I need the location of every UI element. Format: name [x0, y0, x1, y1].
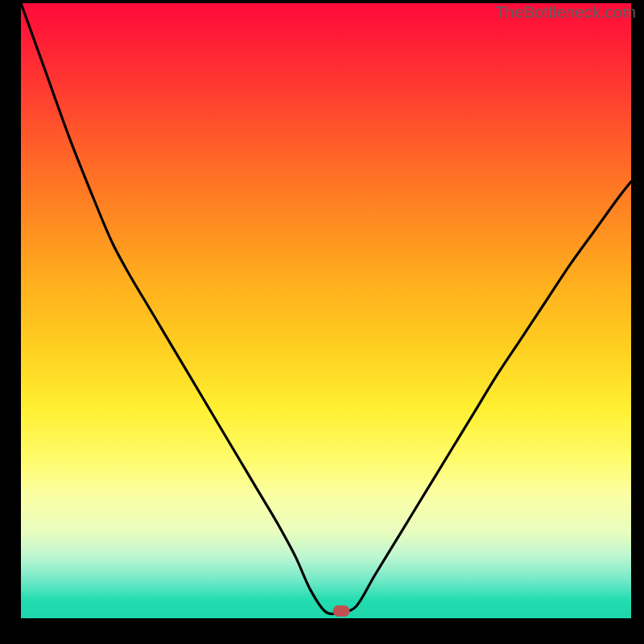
bottleneck-curve [21, 3, 631, 618]
chart-frame: TheBottleneck.com [0, 0, 644, 644]
optimum-marker [332, 605, 349, 617]
watermark-text: TheBottleneck.com [495, 3, 636, 22]
